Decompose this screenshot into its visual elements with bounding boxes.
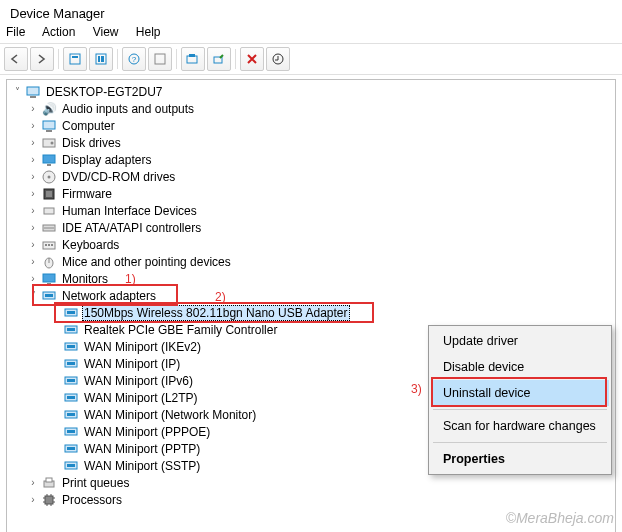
svg-rect-31	[43, 274, 55, 282]
computer-icon	[25, 84, 41, 100]
device-wireless-adapter[interactable]: 150Mbps Wireless 802.11bgn Nano USB Adap…	[9, 304, 613, 321]
svg-rect-24	[44, 208, 54, 214]
separator	[433, 409, 607, 410]
separator	[433, 442, 607, 443]
svg-point-17	[51, 141, 54, 144]
network-adapter-icon	[63, 390, 79, 406]
svg-rect-3	[98, 56, 100, 62]
computer-icon	[41, 118, 57, 134]
svg-rect-46	[67, 396, 75, 399]
network-adapter-icon	[63, 356, 79, 372]
svg-rect-42	[67, 362, 75, 365]
toolbar: ?	[0, 43, 622, 75]
network-adapter-icon	[63, 373, 79, 389]
back-button[interactable]	[4, 47, 28, 71]
svg-rect-18	[43, 155, 55, 163]
monitor-icon	[41, 271, 57, 287]
annotation-3: 3)	[411, 382, 422, 396]
category-ide[interactable]: ›IDE ATA/ATAPI controllers	[9, 219, 613, 236]
network-adapter-icon	[63, 441, 79, 457]
category-firmware[interactable]: ›Firmware	[9, 185, 613, 202]
toolbar-button[interactable]	[266, 47, 290, 71]
svg-rect-36	[67, 311, 75, 314]
menu-view[interactable]: View	[93, 25, 119, 39]
svg-rect-15	[46, 130, 52, 132]
category-dvd[interactable]: ›DVD/CD-ROM drives	[9, 168, 613, 185]
firmware-icon	[41, 186, 57, 202]
watermark: ©MeraBheja.com	[506, 510, 614, 526]
window-title: Device Manager	[0, 0, 622, 23]
category-processors[interactable]: ›Processors	[9, 491, 613, 508]
svg-text:?: ?	[132, 55, 137, 64]
category-hid[interactable]: ›Human Interface Devices	[9, 202, 613, 219]
collapse-icon[interactable]: ˅	[11, 86, 23, 97]
display-icon	[41, 152, 57, 168]
svg-rect-38	[67, 328, 75, 331]
ctx-update-driver[interactable]: Update driver	[431, 328, 609, 354]
svg-rect-4	[101, 56, 104, 62]
category-monitors[interactable]: ›Monitors	[9, 270, 613, 287]
svg-rect-40	[67, 345, 75, 348]
uninstall-button[interactable]	[240, 47, 264, 71]
dvd-icon	[41, 169, 57, 185]
ctx-properties[interactable]: Properties	[431, 446, 609, 472]
category-display[interactable]: ›Display adapters	[9, 151, 613, 168]
svg-rect-54	[67, 464, 75, 467]
context-menu: Update driver Disable device Uninstall d…	[428, 325, 612, 475]
svg-rect-1	[72, 56, 78, 58]
annotation-1: 1)	[125, 272, 136, 286]
menu-action[interactable]: Action	[42, 25, 75, 39]
svg-rect-9	[189, 54, 195, 57]
toolbar-button[interactable]	[148, 47, 172, 71]
svg-rect-8	[187, 56, 197, 63]
processor-icon	[41, 492, 57, 508]
svg-rect-0	[70, 54, 80, 64]
svg-rect-14	[43, 121, 55, 129]
svg-rect-23	[46, 191, 52, 197]
network-adapter-icon	[63, 424, 79, 440]
svg-rect-57	[45, 496, 53, 504]
help-button[interactable]: ?	[122, 47, 146, 71]
svg-rect-52	[67, 447, 75, 450]
svg-rect-19	[47, 164, 51, 166]
menubar: File Action View Help	[0, 23, 622, 43]
category-mice[interactable]: ›Mice and other pointing devices	[9, 253, 613, 270]
category-keyboards[interactable]: ›Keyboards	[9, 236, 613, 253]
category-network[interactable]: ˅Network adapters	[9, 287, 613, 304]
network-adapter-icon	[63, 339, 79, 355]
svg-rect-27	[45, 244, 47, 246]
svg-rect-7	[155, 54, 165, 64]
ctx-scan-hardware[interactable]: Scan for hardware changes	[431, 413, 609, 439]
svg-rect-29	[51, 244, 53, 246]
audio-icon: 🔊	[41, 101, 57, 117]
category-computer[interactable]: ›Computer	[9, 117, 613, 134]
mouse-icon	[41, 254, 57, 270]
network-adapter-icon	[63, 322, 79, 338]
svg-rect-12	[27, 87, 39, 95]
category-disk[interactable]: ›Disk drives	[9, 134, 613, 151]
toolbar-button[interactable]	[63, 47, 87, 71]
svg-rect-34	[45, 294, 53, 297]
network-adapter-icon	[63, 305, 79, 321]
root-node[interactable]: ˅ DESKTOP-EGT2DU7	[9, 83, 613, 100]
ctx-disable-device[interactable]: Disable device	[431, 354, 609, 380]
svg-rect-44	[67, 379, 75, 382]
toolbar-button[interactable]	[89, 47, 113, 71]
network-adapter-icon	[63, 458, 79, 474]
svg-rect-48	[67, 413, 75, 416]
svg-rect-28	[48, 244, 50, 246]
scan-button[interactable]	[207, 47, 231, 71]
disk-icon	[41, 135, 57, 151]
category-print-queues[interactable]: ›Print queues	[9, 474, 613, 491]
ide-icon	[41, 220, 57, 236]
network-adapter-icon	[63, 407, 79, 423]
category-audio[interactable]: ›🔊Audio inputs and outputs	[9, 100, 613, 117]
svg-rect-56	[46, 478, 52, 482]
forward-button[interactable]	[30, 47, 54, 71]
collapse-icon[interactable]: ˅	[27, 290, 39, 301]
svg-rect-50	[67, 430, 75, 433]
toolbar-button[interactable]	[181, 47, 205, 71]
menu-help[interactable]: Help	[136, 25, 161, 39]
ctx-uninstall-device[interactable]: Uninstall device	[431, 380, 609, 406]
menu-file[interactable]: File	[6, 25, 25, 39]
